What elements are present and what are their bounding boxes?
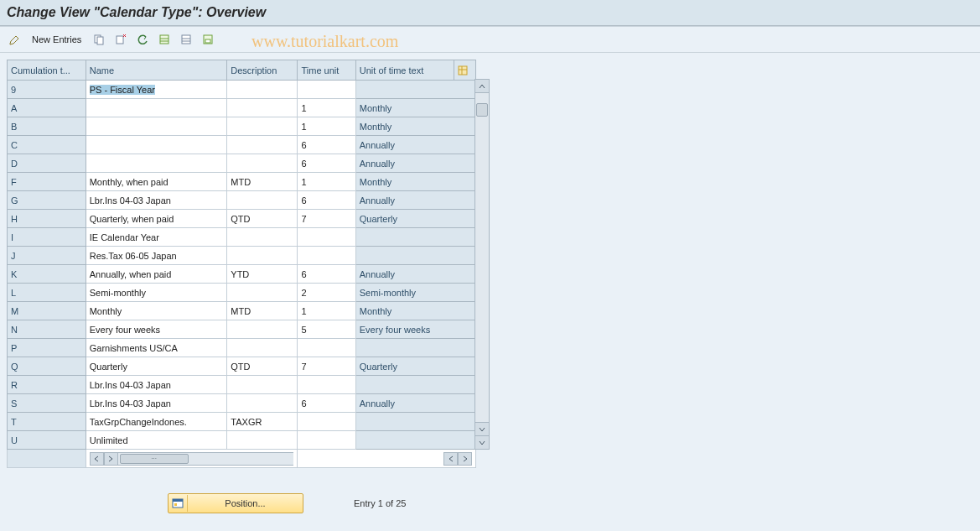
horizontal-scrollbar-left[interactable]: ···	[90, 452, 294, 466]
col-header-description[interactable]: Description	[227, 60, 298, 81]
table-row[interactable]: HQuarterly, when paidQTD7Quarterly	[8, 210, 476, 228]
cell-cumulation[interactable]: I	[8, 228, 86, 247]
cell-cumulation[interactable]: S	[8, 394, 86, 413]
cell-time-unit[interactable]: 6	[298, 136, 355, 154]
table-row[interactable]: 9PS - Fiscal Year	[8, 81, 476, 99]
table-settings-button[interactable]	[454, 60, 476, 81]
cell-name[interactable]: Quarterly, when paid	[86, 210, 227, 228]
cell-cumulation[interactable]: F	[8, 173, 86, 191]
cell-description[interactable]	[227, 99, 298, 117]
cell-cumulation[interactable]: A	[8, 99, 86, 117]
cell-name[interactable]: IE Calendar Year	[86, 228, 227, 247]
select-all-button[interactable]	[155, 31, 174, 48]
cell-time-unit[interactable]	[298, 339, 355, 357]
copy-as-button[interactable]	[90, 31, 108, 48]
cell-description[interactable]: YTD	[227, 265, 298, 284]
cell-time-unit[interactable]: 6	[298, 265, 355, 284]
cell-time-unit[interactable]	[298, 247, 355, 265]
cell-description[interactable]: TAXGR	[227, 413, 298, 431]
cell-description[interactable]	[227, 376, 298, 394]
hscroll2-right-arrow-icon[interactable]	[458, 452, 472, 466]
table-row[interactable]: JRes.Tax 06-05 Japan	[8, 247, 476, 265]
cell-name[interactable]: Every four weeks	[86, 320, 227, 339]
delete-button[interactable]	[111, 31, 130, 48]
cell-time-unit[interactable]	[298, 228, 355, 247]
cell-description[interactable]: MTD	[227, 173, 298, 191]
cell-cumulation[interactable]: B	[8, 117, 86, 136]
cell-name[interactable]	[86, 154, 227, 173]
cell-name[interactable]: PS - Fiscal Year	[86, 81, 227, 99]
cell-description[interactable]	[227, 320, 298, 339]
table-row[interactable]: TTaxGrpChangeIndones.TAXGR	[8, 413, 476, 431]
cell-description[interactable]: QTD	[227, 357, 298, 376]
cell-time-unit[interactable]: 1	[298, 173, 355, 191]
vscroll-thumb[interactable]	[476, 103, 488, 117]
hscroll-left-arrow-icon[interactable]	[90, 452, 104, 466]
cell-time-unit[interactable]: 6	[298, 154, 355, 173]
col-header-unit-of-time-text[interactable]: Unit of time text	[355, 60, 454, 81]
cell-time-unit[interactable]: 5	[298, 320, 355, 339]
cell-name[interactable]: Monthly	[86, 302, 227, 320]
cell-time-unit[interactable]: 6	[298, 394, 355, 413]
vscroll-up-arrow-icon[interactable]	[475, 80, 489, 93]
cell-time-unit[interactable]: 1	[298, 302, 355, 320]
cell-description[interactable]: QTD	[227, 210, 298, 228]
toggle-change-mode-button[interactable]	[5, 31, 23, 48]
cell-cumulation[interactable]: J	[8, 247, 86, 265]
cell-description[interactable]	[227, 81, 298, 99]
table-row[interactable]: RLbr.Ins 04-03 Japan	[8, 376, 476, 394]
table-row[interactable]: FMonthly, when paidMTD1Monthly	[8, 173, 476, 191]
table-row[interactable]: D6Annually	[8, 154, 476, 173]
cell-description[interactable]: MTD	[227, 302, 298, 320]
undo-button[interactable]	[133, 31, 152, 48]
table-row[interactable]: A1Monthly	[8, 99, 476, 117]
cell-time-unit[interactable]: 6	[298, 191, 355, 210]
cell-description[interactable]	[227, 431, 298, 450]
table-row[interactable]: C6Annually	[8, 136, 476, 154]
col-header-time-unit[interactable]: Time unit	[298, 60, 355, 81]
cell-description[interactable]	[227, 394, 298, 413]
cell-name[interactable]	[86, 99, 227, 117]
cell-cumulation[interactable]: L	[8, 284, 86, 302]
position-button[interactable]: Position...	[168, 493, 303, 513]
cell-description[interactable]	[227, 136, 298, 154]
cell-name[interactable]: Monthly, when paid	[86, 173, 227, 191]
hscroll-thumb[interactable]: ···	[120, 454, 189, 464]
hscroll2-left-arrow-icon[interactable]	[443, 452, 458, 466]
cell-time-unit[interactable]	[298, 81, 355, 99]
table-row[interactable]: LSemi-monthly2Semi-monthly	[8, 284, 476, 302]
horizontal-scrollbar-right[interactable]	[301, 452, 472, 466]
table-row[interactable]: MMonthlyMTD1Monthly	[8, 302, 476, 320]
cell-name[interactable]	[86, 117, 227, 136]
cell-cumulation[interactable]: D	[8, 154, 86, 173]
table-row[interactable]: B1Monthly	[8, 117, 476, 136]
deselect-all-button[interactable]	[177, 31, 195, 48]
cell-cumulation[interactable]: K	[8, 265, 86, 284]
cell-cumulation[interactable]: H	[8, 210, 86, 228]
table-row[interactable]: GLbr.Ins 04-03 Japan6Annually	[8, 191, 476, 210]
cell-time-unit[interactable]: 1	[298, 117, 355, 136]
cell-description[interactable]	[227, 191, 298, 210]
cell-cumulation[interactable]: Q	[8, 357, 86, 376]
cell-time-unit[interactable]: 7	[298, 357, 355, 376]
cell-description[interactable]	[227, 117, 298, 136]
cell-cumulation[interactable]: G	[8, 191, 86, 210]
cell-description[interactable]	[227, 284, 298, 302]
table-row[interactable]: KAnnually, when paidYTD6Annually	[8, 265, 476, 284]
cell-description[interactable]	[227, 339, 298, 357]
cell-time-unit[interactable]: 7	[298, 210, 355, 228]
table-row[interactable]: IIE Calendar Year	[8, 228, 476, 247]
cell-time-unit[interactable]	[298, 376, 355, 394]
cell-name[interactable]: Res.Tax 06-05 Japan	[86, 247, 227, 265]
cell-time-unit[interactable]	[298, 413, 355, 431]
col-header-cumulation[interactable]: Cumulation t...	[8, 60, 86, 81]
hscroll-right-arrow-icon[interactable]	[104, 452, 118, 466]
vertical-scrollbar[interactable]	[474, 79, 490, 450]
print-button[interactable]	[199, 31, 217, 48]
cell-cumulation[interactable]: T	[8, 413, 86, 431]
new-entries-button[interactable]: New Entries	[27, 33, 86, 46]
cell-time-unit[interactable]: 2	[298, 284, 355, 302]
cell-name[interactable]: Lbr.Ins 04-03 Japan	[86, 376, 227, 394]
vscroll-down-arrow-icon-2[interactable]	[475, 435, 489, 449]
vscroll-down-arrow-icon[interactable]	[475, 422, 489, 435]
